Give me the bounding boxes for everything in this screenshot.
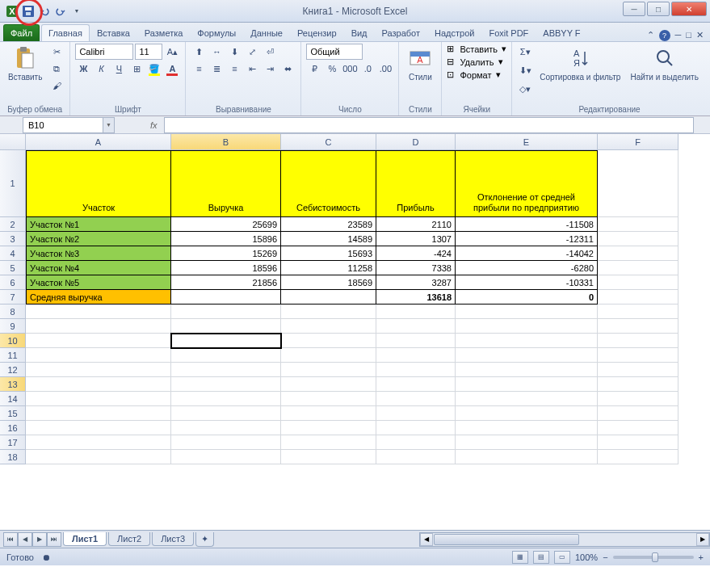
cell-A13[interactable] xyxy=(26,377,171,392)
cell-B9[interactable] xyxy=(171,319,281,334)
cell-F1[interactable] xyxy=(598,150,678,217)
cell-C10[interactable] xyxy=(281,334,376,348)
cell-A1[interactable]: Участок xyxy=(26,150,171,217)
formula-bar[interactable] xyxy=(164,117,694,133)
row-header-18[interactable]: 18 xyxy=(0,450,26,464)
scroll-thumb[interactable] xyxy=(434,534,579,545)
font-size-select[interactable]: 11 xyxy=(135,44,162,60)
mdi-restore-icon[interactable]: □ xyxy=(686,30,691,41)
cell-D14[interactable] xyxy=(376,392,456,406)
redo-button[interactable] xyxy=(53,4,68,19)
name-box-dropdown[interactable]: ▼ xyxy=(103,117,115,133)
font-name-select[interactable]: Calibri xyxy=(75,44,133,60)
zoom-level[interactable]: 100% xyxy=(575,552,598,562)
cell-B7[interactable] xyxy=(171,290,281,304)
cell-D10[interactable] xyxy=(376,334,456,348)
row-header-3[interactable]: 3 xyxy=(0,232,26,246)
row-header-6[interactable]: 6 xyxy=(0,275,26,290)
cell-D6[interactable]: 3287 xyxy=(376,275,456,290)
cell-B1[interactable]: Выручка xyxy=(171,150,281,217)
page-layout-view-button[interactable]: ▤ xyxy=(533,551,549,564)
new-sheet-button[interactable]: ✦ xyxy=(195,532,214,547)
cell-C7[interactable] xyxy=(281,290,376,304)
sort-filter-button[interactable]: AЯ Сортировка и фильтр xyxy=(536,44,624,83)
cell-E15[interactable] xyxy=(456,406,598,421)
align-left-button[interactable]: ≡ xyxy=(191,61,207,77)
cell-E9[interactable] xyxy=(456,319,598,334)
cell-C8[interactable] xyxy=(281,304,376,319)
horizontal-scrollbar[interactable]: ◀ ▶ xyxy=(419,532,710,547)
cell-E7[interactable]: 0 xyxy=(456,290,598,304)
cell-D17[interactable] xyxy=(376,435,456,450)
name-box[interactable]: B10 xyxy=(23,117,103,133)
cell-C11[interactable] xyxy=(281,348,376,363)
tab-review[interactable]: Рецензир xyxy=(290,24,344,41)
format-cells-button[interactable]: ⊡ Формат ▾ xyxy=(447,69,506,80)
cell-B2[interactable]: 25699 xyxy=(171,217,281,232)
help-icon[interactable]: ? xyxy=(659,30,670,41)
sheet-next-button[interactable]: ▶ xyxy=(32,532,47,547)
cell-F9[interactable] xyxy=(598,319,678,334)
comma-button[interactable]: 000 xyxy=(342,61,358,77)
cell-E12[interactable] xyxy=(456,363,598,377)
underline-button[interactable]: Ч xyxy=(111,61,127,77)
cell-F10[interactable] xyxy=(598,334,678,348)
cell-D3[interactable]: 1307 xyxy=(376,232,456,246)
cell-F12[interactable] xyxy=(598,363,678,377)
italic-button[interactable]: К xyxy=(93,61,109,77)
mdi-close-icon[interactable]: ✕ xyxy=(696,30,704,41)
number-format-select[interactable]: Общий xyxy=(306,44,363,60)
macro-record-icon[interactable]: ⏺ xyxy=(42,552,51,562)
row-header-12[interactable]: 12 xyxy=(0,363,26,377)
sheet-tab-2[interactable]: Лист2 xyxy=(108,532,150,546)
align-bottom-button[interactable]: ⬇ xyxy=(226,44,242,60)
cell-F7[interactable] xyxy=(598,290,678,304)
worksheet-grid[interactable]: A B C D E F 1 Участок Выручка Себистоимо… xyxy=(0,134,710,530)
paste-button[interactable]: Вставить xyxy=(5,44,45,83)
cell-A7[interactable]: Средняя выручка xyxy=(26,290,171,304)
tab-view[interactable]: Вид xyxy=(344,24,375,41)
cell-E1[interactable]: Отклонение от средней прибыли по предпри… xyxy=(456,150,598,217)
scroll-right-button[interactable]: ▶ xyxy=(696,533,709,546)
cell-F8[interactable] xyxy=(598,304,678,319)
cell-F15[interactable] xyxy=(598,406,678,421)
indent-dec-button[interactable]: ⇤ xyxy=(244,61,260,77)
zoom-slider[interactable] xyxy=(613,556,694,559)
row-header-15[interactable]: 15 xyxy=(0,406,26,421)
col-header-D[interactable]: D xyxy=(376,134,456,150)
cell-E4[interactable]: -14042 xyxy=(456,246,598,261)
cell-A4[interactable]: Участок №3 xyxy=(26,246,171,261)
align-middle-button[interactable]: ↔ xyxy=(208,44,225,60)
inc-decimal-button[interactable]: .0 xyxy=(359,61,376,77)
cell-E2[interactable]: -11508 xyxy=(456,217,598,232)
cell-C3[interactable]: 14589 xyxy=(281,232,376,246)
cell-D5[interactable]: 7338 xyxy=(376,261,456,275)
sheet-tab-1[interactable]: Лист1 xyxy=(63,532,107,546)
cell-D15[interactable] xyxy=(376,406,456,421)
cell-B3[interactable]: 15896 xyxy=(171,232,281,246)
clear-button[interactable]: ◇▾ xyxy=(517,81,533,97)
orientation-button[interactable]: ⤢ xyxy=(244,44,260,60)
merge-button[interactable]: ⬌ xyxy=(279,61,296,77)
cell-A10[interactable] xyxy=(26,334,171,348)
col-header-C[interactable]: C xyxy=(281,134,376,150)
cell-B16[interactable] xyxy=(171,421,281,435)
cell-C12[interactable] xyxy=(281,363,376,377)
cell-F17[interactable] xyxy=(598,435,678,450)
row-header-17[interactable]: 17 xyxy=(0,435,26,450)
row-header-5[interactable]: 5 xyxy=(0,261,26,275)
bold-button[interactable]: Ж xyxy=(75,61,91,77)
col-header-B[interactable]: B xyxy=(171,134,281,150)
minimize-button[interactable]: ─ xyxy=(623,2,645,16)
tab-developer[interactable]: Разработ xyxy=(375,24,427,41)
col-header-E[interactable]: E xyxy=(456,134,598,150)
cell-E3[interactable]: -12311 xyxy=(456,232,598,246)
cell-D11[interactable] xyxy=(376,348,456,363)
tab-foxit[interactable]: Foxit PDF xyxy=(481,24,536,41)
cell-A5[interactable]: Участок №4 xyxy=(26,261,171,275)
scroll-left-button[interactable]: ◀ xyxy=(420,533,433,546)
tab-data[interactable]: Данные xyxy=(243,24,290,41)
row-header-13[interactable]: 13 xyxy=(0,377,26,392)
cell-F16[interactable] xyxy=(598,421,678,435)
cell-C9[interactable] xyxy=(281,319,376,334)
